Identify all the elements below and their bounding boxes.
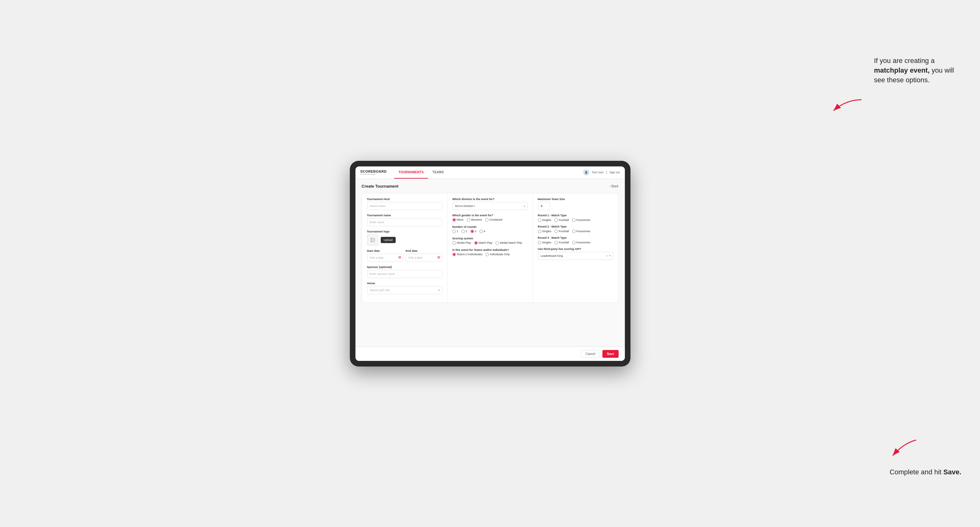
start-date-input[interactable] [367, 254, 404, 262]
teams-individuals-label[interactable]: Individuals Only [485, 253, 510, 256]
teams-both-text: Teams (+Individuals) [457, 253, 483, 256]
round2-fourball-radio[interactable] [554, 230, 558, 233]
round2-singles-radio[interactable] [538, 230, 541, 233]
gender-mens-radio[interactable] [452, 218, 456, 222]
tournament-name-label: Tournament name [367, 214, 442, 217]
scoring-match-label[interactable]: Match Play [474, 241, 493, 244]
rounds-2-label[interactable]: 2 [461, 230, 468, 233]
round2-match-type: Singles Fourball Foursomes [538, 230, 613, 233]
round3-fourball-label[interactable]: Fourball [554, 241, 569, 244]
form-col-1: Tournament Host Tournament name Tourname… [362, 193, 447, 302]
max-team-size-input[interactable] [538, 202, 550, 210]
round1-foursomes-text: Foursomes [576, 219, 590, 222]
tournament-host-label: Tournament Host [367, 198, 442, 201]
round3-foursomes-radio[interactable] [572, 241, 576, 244]
rounds-1-radio[interactable] [452, 230, 456, 233]
round1-fourball-radio[interactable] [554, 219, 558, 222]
teams-individuals-radio[interactable] [485, 253, 489, 256]
teams-both-label[interactable]: Teams (+Individuals) [452, 253, 483, 256]
round1-singles-text: Singles [542, 219, 552, 222]
round1-singles-label[interactable]: Singles [538, 219, 552, 222]
teams-both-radio[interactable] [452, 253, 456, 256]
max-team-size-label: Maximum Team Size [538, 198, 613, 201]
venue-select-wrapper [367, 286, 442, 294]
venue-label: Venue [367, 282, 442, 285]
api-clear-icon[interactable]: × [606, 254, 608, 257]
scoring-label: Scoring system [452, 237, 528, 240]
round2-foursomes-label[interactable]: Foursomes [572, 230, 590, 233]
round3-singles-radio[interactable] [538, 241, 541, 244]
round2-foursomes-text: Foursomes [576, 230, 590, 233]
rounds-1-text: 1 [457, 230, 458, 233]
nav-tabs: TOURNAMENTS TEAMS [394, 167, 448, 179]
sponsor-input[interactable] [367, 270, 442, 278]
end-date-input[interactable] [406, 254, 442, 262]
rounds-2-radio[interactable] [461, 230, 465, 233]
api-value: Leaderboard King [541, 254, 606, 257]
max-team-size-group: Maximum Team Size [538, 198, 613, 210]
tournament-logo-label: Tournament logo [367, 230, 442, 233]
annotation-save: Complete and hit Save. [889, 467, 961, 477]
rounds-3-radio[interactable] [471, 230, 474, 233]
gender-combined-radio[interactable] [485, 218, 488, 222]
round3-foursomes-label[interactable]: Foursomes [572, 241, 590, 244]
tournament-name-input[interactable] [367, 218, 442, 226]
round1-foursomes-label[interactable]: Foursomes [572, 219, 590, 222]
round1-section: Round 1 - Match Type Singles Fourball [538, 214, 613, 222]
back-link[interactable]: Back [609, 184, 618, 188]
nav-tab-teams[interactable]: TEAMS [428, 167, 449, 179]
scoring-medal-label[interactable]: Medal Match Play [495, 241, 522, 244]
teams-group: Is this event for Teams and/or Individua… [452, 248, 528, 256]
save-button[interactable]: Save [602, 350, 618, 358]
division-select-wrapper: NCAA Division I [452, 202, 528, 210]
round3-match-type: Singles Fourball Foursomes [538, 241, 613, 244]
rounds-4-label[interactable]: 4 [480, 230, 485, 233]
gender-group: Which gender is the event for? Mens Wome… [452, 214, 528, 222]
scoring-medal-radio[interactable] [495, 241, 499, 244]
api-group: Use third-party live scoring API? Leader… [538, 248, 613, 260]
scoring-group: Scoring system Stroke Play Match Play [452, 237, 528, 244]
logo-area: SCOREBOARD Powered by clippit [360, 170, 387, 175]
scoring-stroke-radio[interactable] [452, 241, 456, 244]
svg-point-3 [371, 239, 372, 239]
nav-tab-tournaments[interactable]: TOURNAMENTS [394, 167, 428, 179]
round1-foursomes-radio[interactable] [572, 219, 576, 222]
rounds-4-radio[interactable] [480, 230, 483, 233]
gender-womens-text: Womens [471, 218, 482, 221]
gender-combined-text: Combined [490, 218, 502, 221]
round1-label: Round 1 - Match Type [538, 214, 613, 217]
gender-mens-label[interactable]: Mens [452, 218, 464, 222]
scoring-match-text: Match Play [479, 241, 493, 244]
rounds-1-label[interactable]: 1 [452, 230, 458, 233]
teams-label: Is this event for Teams and/or Individua… [452, 248, 528, 251]
upload-button[interactable]: Upload [381, 237, 396, 243]
gender-label: Which gender is the event for? [452, 214, 528, 217]
round2-foursomes-radio[interactable] [572, 230, 576, 233]
gender-womens-label[interactable]: Womens [467, 218, 482, 222]
start-date-label: Start date [367, 249, 404, 252]
round3-section: Round 3 - Match Type Singles Fourball [538, 236, 613, 244]
round1-singles-radio[interactable] [538, 219, 541, 222]
sponsor-group: Sponsor (optional) [367, 265, 442, 278]
gender-womens-radio[interactable] [467, 218, 470, 222]
round2-fourball-label[interactable]: Fourball [554, 230, 569, 233]
scoring-match-radio[interactable] [474, 241, 478, 244]
top-nav: SCOREBOARD Powered by clippit TOURNAMENT… [355, 167, 625, 179]
signout-link[interactable]: Sign out [609, 171, 620, 174]
rounds-3-label[interactable]: 3 [471, 230, 476, 233]
round1-fourball-label[interactable]: Fourball [554, 219, 569, 222]
cancel-button[interactable]: Cancel [581, 350, 600, 358]
tournament-host-input[interactable] [367, 202, 442, 210]
division-select[interactable]: NCAA Division I [452, 202, 528, 210]
logo-upload-area: Upload [367, 234, 442, 246]
page-header: Create Tournament Back [362, 184, 619, 189]
round3-singles-label[interactable]: Singles [538, 241, 552, 244]
round2-singles-label[interactable]: Singles [538, 230, 552, 233]
form-grid: Tournament Host Tournament name Tourname… [362, 193, 619, 303]
scoring-stroke-label[interactable]: Stroke Play [452, 241, 471, 244]
api-select-wrapper[interactable]: Leaderboard King × ▾ [538, 252, 613, 260]
round3-fourball-radio[interactable] [554, 241, 558, 244]
gender-combined-label[interactable]: Combined [485, 218, 502, 222]
api-label: Use third-party live scoring API? [538, 248, 613, 251]
venue-input[interactable] [367, 286, 442, 294]
